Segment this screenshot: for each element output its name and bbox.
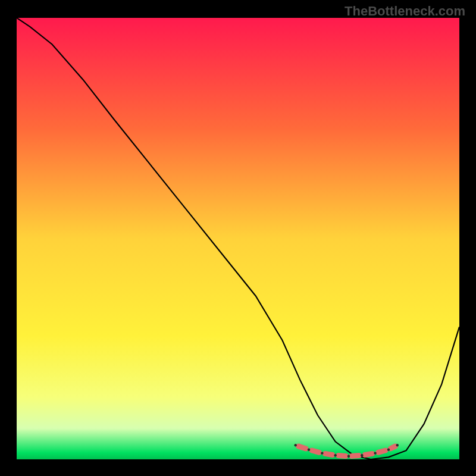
marker-dot bbox=[334, 454, 337, 456]
marker-dot bbox=[374, 452, 376, 454]
marker-segment bbox=[299, 446, 306, 449]
marker-dot bbox=[321, 452, 323, 454]
watermark-text: TheBottleneck.com bbox=[345, 4, 465, 19]
marker-segment bbox=[325, 453, 333, 455]
marker-dot bbox=[396, 444, 399, 446]
marker-dot bbox=[308, 449, 310, 451]
gradient-background bbox=[17, 18, 459, 459]
marker-segment bbox=[365, 453, 372, 455]
marker-dot bbox=[387, 449, 390, 451]
marker-segment bbox=[390, 446, 395, 449]
marker-dot bbox=[347, 455, 350, 458]
marker-dot bbox=[295, 444, 297, 446]
marker-segment bbox=[378, 450, 386, 452]
marker-segment bbox=[312, 450, 319, 452]
marker-segment bbox=[352, 456, 359, 456]
marker-segment bbox=[339, 456, 346, 456]
chart-container bbox=[17, 18, 459, 459]
bottleneck-chart bbox=[17, 18, 459, 459]
marker-dot bbox=[361, 454, 363, 456]
